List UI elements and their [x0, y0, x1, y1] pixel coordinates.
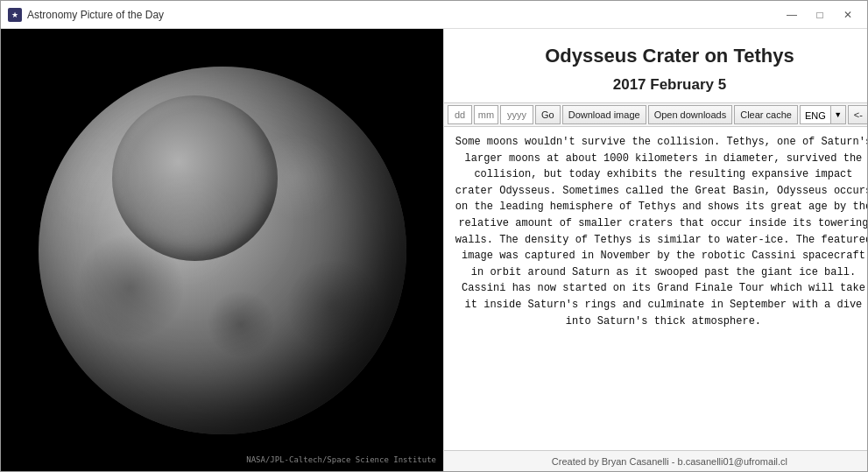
apod-date: 2017 February 5 — [444, 73, 867, 102]
apod-image — [39, 67, 406, 434]
status-bar: Created by Bryan Casanelli - b.casanelli… — [444, 450, 867, 471]
clear-cache-button[interactable]: Clear cache — [734, 105, 798, 124]
title-bar: ★ Astronomy Picture of the Day — □ ✕ — [1, 1, 867, 29]
close-button[interactable]: ✕ — [836, 6, 860, 24]
language-label: ENG — [800, 105, 830, 124]
open-downloads-button[interactable]: Open downloads — [648, 105, 733, 124]
dd-input[interactable] — [448, 105, 472, 124]
image-panel: NASA/JPL-Caltech/Space Science Institute — [1, 29, 443, 471]
language-selector[interactable]: ENG ▼ — [800, 105, 846, 124]
window-controls: — □ ✕ — [780, 6, 860, 24]
description-wrapper: Some moons wouldn't survive the collisio… — [444, 127, 867, 450]
image-credit: NASA/JPL-Caltech/Space Science Institute — [246, 455, 436, 464]
controls-bar: Go Download image Open downloads Clear c… — [444, 102, 867, 127]
download-image-button[interactable]: Download image — [562, 105, 646, 124]
yyyy-input[interactable] — [500, 105, 533, 124]
maximize-button[interactable]: □ — [808, 6, 832, 24]
status-text: Created by Bryan Casanelli - b.casanelli… — [552, 456, 787, 467]
go-button[interactable]: Go — [535, 105, 561, 124]
apod-title: Odysseus Crater on Tethys — [444, 29, 867, 73]
right-panel: Odysseus Crater on Tethys 2017 February … — [443, 29, 867, 471]
app-icon: ★ — [8, 8, 22, 22]
mm-input[interactable] — [474, 105, 498, 124]
app-title: Astronomy Picture of the Day — [27, 9, 780, 21]
main-content: NASA/JPL-Caltech/Space Science Institute… — [1, 29, 867, 471]
prev-button[interactable]: <- — [848, 105, 867, 124]
language-dropdown-arrow[interactable]: ▼ — [830, 105, 846, 124]
description-text[interactable]: Some moons wouldn't survive the collisio… — [444, 127, 867, 450]
minimize-button[interactable]: — — [780, 6, 804, 24]
